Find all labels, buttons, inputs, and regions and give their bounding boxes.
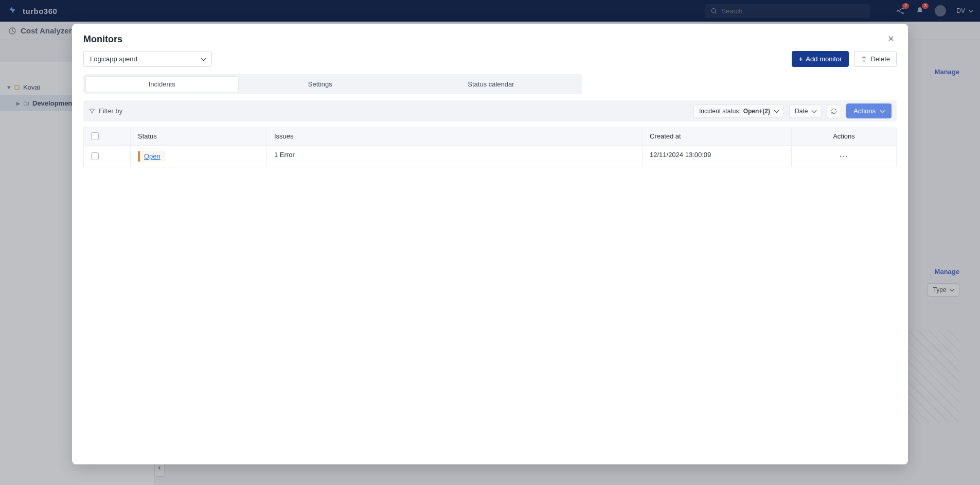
status-badge: Open (138, 151, 166, 162)
modal-overlay: Monitors Logicapp spend + Add monitor De… (0, 0, 980, 485)
incident-status-filter[interactable]: Incident status: Open+(2) (693, 105, 784, 118)
actions-dropdown[interactable]: Actions (846, 103, 892, 118)
col-created[interactable]: Created at (642, 127, 791, 145)
col-actions: Actions (791, 127, 896, 145)
select-all-checkbox[interactable] (91, 132, 99, 140)
filter-icon (88, 108, 96, 115)
plus-icon: + (799, 55, 803, 63)
modal-tabs: Incidents Settings Status calendar (83, 74, 582, 94)
tab-settings[interactable]: Settings (239, 76, 402, 92)
modal-title: Monitors (83, 34, 122, 45)
monitor-select[interactable]: Logicapp spend (83, 51, 212, 67)
date-filter[interactable]: Date (789, 105, 822, 118)
row-checkbox[interactable] (91, 152, 99, 160)
issues-cell: 1 Error (266, 146, 642, 167)
col-issues[interactable]: Issues (266, 127, 642, 145)
created-cell: 12/11/2024 13:00:09 (642, 146, 791, 167)
col-status[interactable]: Status (130, 127, 266, 145)
incidents-toolbar: Filter by Incident status: Open+(2) Date… (83, 100, 897, 122)
add-monitor-button[interactable]: + Add monitor (792, 51, 849, 67)
chevron-down-icon (879, 107, 884, 115)
filter-by[interactable]: Filter by (88, 107, 688, 115)
monitors-modal: Monitors Logicapp spend + Add monitor De… (72, 24, 908, 464)
refresh-button[interactable] (827, 104, 841, 118)
row-actions-menu[interactable]: ··· (799, 151, 889, 162)
open-incident-link[interactable]: Open (144, 152, 161, 160)
chevron-down-icon (773, 108, 778, 115)
chevron-down-icon (810, 108, 816, 115)
table-row: Open 1 Error 12/11/2024 13:00:09 ··· (83, 146, 897, 167)
tab-incidents[interactable]: Incidents (85, 76, 239, 92)
delete-button[interactable]: Delete (854, 51, 897, 67)
chevron-down-icon (200, 55, 205, 63)
table-header: Status Issues Created at Actions (83, 127, 897, 146)
refresh-icon (830, 108, 838, 115)
trash-icon (861, 56, 867, 62)
close-icon[interactable] (885, 34, 897, 43)
tab-status-calendar[interactable]: Status calendar (402, 76, 580, 92)
